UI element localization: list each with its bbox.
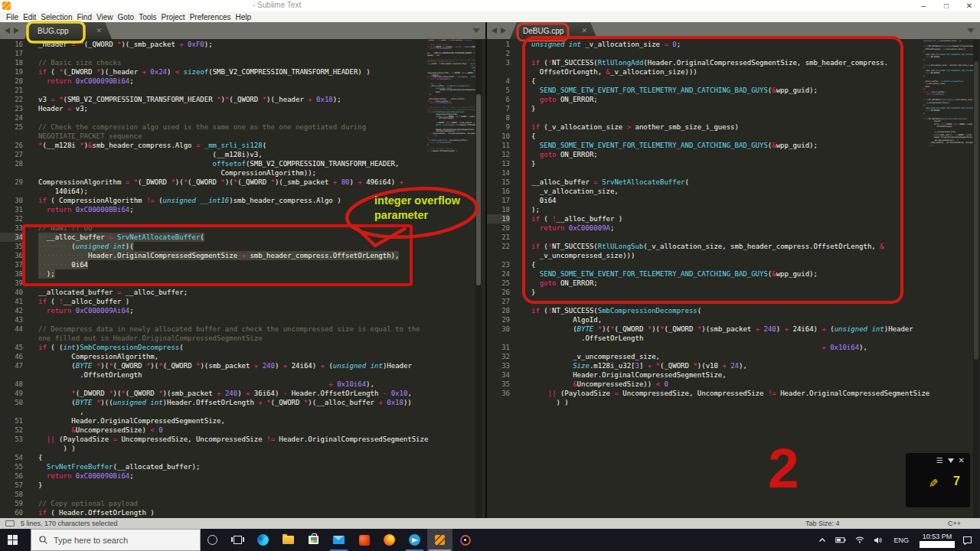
code-line[interactable]: 6 goto ON_ERROR; [487,95,980,104]
code-line[interactable]: 51 Header.OriginalCompressedSegmentSize, [0,416,485,425]
code-line[interactable]: 16_header = *(_QWORD *)(_smb_packet + 0x… [0,40,485,49]
code-line[interactable]: 29 AlgoId, [487,315,980,324]
chevron-up-icon[interactable] [818,537,826,543]
pane-divider[interactable] [485,22,487,518]
code-line[interactable]: 9if (_v_allocation_size > another_smb_si… [487,122,980,132]
code-line[interactable]: 26*(__m128i *)&smb_header_compress.Algo … [0,141,485,150]
code-line[interactable]: ) ) [0,444,485,453]
code-line[interactable]: 39 [0,279,485,288]
syntax-status[interactable]: C++ [948,520,961,527]
code-line[interactable]: 22if (!NT_SUCCESS(RtlULongSub(_v_allocat… [487,242,980,251]
wifi-icon[interactable] [855,536,864,543]
code-line[interactable]: .OffsetOrLength [0,370,485,380]
tab-prev-icon[interactable] [5,28,10,34]
tab-nav-left[interactable] [5,28,19,34]
minimap[interactable]: _header = *(_QWORD *)(_smb_packet + 0xF0… [427,40,481,170]
code-line[interactable]: 33 Size.m128i_u32[3] + *(_QWORD *)(v10 +… [487,361,980,370]
menu-edit[interactable]: Edit [21,13,38,21]
code-line[interactable]: 36············Header.OriginalCompressedS… [0,251,485,260]
scrollbar[interactable] [475,40,482,518]
clock[interactable]: 10:53 PM [920,533,955,548]
code-line[interactable]: 23{ [487,260,980,269]
code-line[interactable]: 31 return 0xC00000BBi64; [0,205,485,214]
code-line[interactable]: _v_uncompressed_size))) [487,251,980,260]
code-line[interactable]: 10{ [487,132,980,141]
close-icon[interactable]: ✕ [959,457,965,465]
code-line[interactable]: 57} [0,481,485,490]
code-line[interactable]: 56 return 0xC000090Bi64; [0,471,485,481]
menu-selection[interactable]: Selection [38,13,74,21]
code-line[interactable]: 27 (__m128i)v3, [0,150,485,159]
minimap[interactable]: unsigned int _v_allocation_size = 0;if (… [923,40,977,166]
code-line[interactable]: 32 [0,214,485,223]
menu-view[interactable]: View [94,13,116,21]
code-line[interactable]: 32 _v_uncompressed_size, [487,352,980,361]
taskbar-search[interactable]: Type here to search [31,529,201,551]
code-line[interactable]: 38··); [0,269,485,279]
pen-icon[interactable]: ✎ [929,477,939,491]
code-line[interactable]: 36 || (PayloadSize = UncompressedSize, U… [487,389,980,398]
menu-preferences[interactable]: Preferences [188,13,234,21]
code-line[interactable]: 17 0i64 [487,196,980,205]
menu-file[interactable]: File [4,13,21,21]
telegram-taskbar-button[interactable] [402,529,427,551]
dropdown-icon[interactable] [948,458,954,463]
edge-taskbar-button[interactable] [250,529,276,551]
cortana-taskbar-button[interactable] [200,529,225,551]
code-line[interactable]: 50 (BYTE *)((unsigned int)Header.OffsetO… [0,398,485,407]
store-taskbar-button[interactable] [301,529,326,551]
tab-size-status[interactable]: Tab Size: 4 [805,520,840,527]
code-line[interactable]: NEGOTIATE_PACKET sequence [0,132,485,141]
code-line[interactable]: 35········(unsigned·int)( [0,242,485,251]
code-line[interactable]: CompressionAlgorithm)); [0,168,485,178]
minimize-icon[interactable]: – [913,0,934,11]
explorer-taskbar-button[interactable] [276,529,301,551]
code-line[interactable]: 14 [487,168,980,178]
code-line[interactable]: 16 _v_allocation_size, [487,187,980,196]
code-line[interactable]: 18// Basic size checks [0,58,485,67]
menu-help[interactable]: Help [234,13,254,21]
code-lines[interactable]: 1unsigned int _v_allocation_size = 0;23i… [487,40,980,407]
code-line[interactable]: 34··__alloc_buffer·=·SrvNetAllocateBuffe… [0,233,485,242]
code-line[interactable]: 29CompressionAlgorithm = *(_DWORD *)(*(_… [0,178,485,187]
firefox-taskbar-button[interactable] [377,529,402,551]
code-line[interactable]: 55 SrvNetFreeBuffer(__allocated_buffer); [0,462,485,471]
start-button-icon[interactable] [8,535,18,545]
code-line[interactable]: , [0,407,485,416]
status-panel-icon[interactable] [5,520,15,527]
code-line[interactable]: 45if ( (int)SmbCompressionDecompress( [0,343,485,352]
code-line[interactable]: 24 SEND_SOME_ETW_EVENT_FOR_TELEMETRY_AND… [487,269,980,279]
code-line[interactable]: 25 goto ON_ERROR; [487,279,980,288]
code-line[interactable]: 5 SEND_SOME_ETW_EVENT_FOR_TELEMETRY_AND_… [487,86,980,95]
code-line[interactable]: 27 [487,297,980,306]
recorder-taskbar-button[interactable] [452,529,478,551]
code-line[interactable]: 26} [487,288,980,297]
code-line[interactable]: 31 + 0x10i64), [487,343,980,352]
code-line[interactable]: 28 offsetof(SMB_V2_COMPRESSION_TRANSFORM… [0,159,485,168]
code-line[interactable]: 30 (BYTE *)(*(_QWORD *)(*(_QWORD *)(smb_… [487,324,980,334]
battery-icon[interactable] [835,536,846,543]
code-line[interactable]: 40__allocated_buffer = __alloc_buffer; [0,288,485,297]
mail-taskbar-button[interactable] [326,529,351,551]
code-line[interactable]: 49 *(_DWORD *)(*(_QWORD *)(smb_packet + … [0,389,485,398]
tab-overflow-icon[interactable] [967,28,975,33]
code-line[interactable]: 24 [0,113,485,122]
code-line[interactable]: 3if (!NT_SUCCESS(RtlUlongAdd(Header.Orig… [487,58,980,67]
code-line[interactable]: 18); [487,205,980,214]
code-line[interactable]: 54{ [0,453,485,462]
menu-project[interactable]: Project [159,13,188,21]
code-line[interactable]: 37········0i64 [0,260,485,269]
code-line[interactable]: 2 [487,49,980,58]
code-line[interactable]: 13} [487,159,980,168]
code-line[interactable]: 20 return 0xC000090Bi64; [0,77,485,86]
code-line[interactable]: 12 goto ON_ERROR; [487,150,980,159]
code-line[interactable]: OffsetOrLength, &_v_allocation_size))) [487,67,980,77]
tab-debug-cpp[interactable]: DeBUG.cpp ✕ [510,22,597,39]
tab-nav-right[interactable] [492,28,506,34]
code-line[interactable]: 48 + 0x10i64), [0,380,485,389]
tab-overflow-icon[interactable] [472,28,480,33]
close-icon[interactable]: ✕ [959,0,980,11]
language-indicator[interactable]: ENG [893,536,909,544]
tab-bug-cpp[interactable]: BUG.cpp ✕ [24,22,112,39]
tab-prev-icon[interactable] [492,28,497,34]
